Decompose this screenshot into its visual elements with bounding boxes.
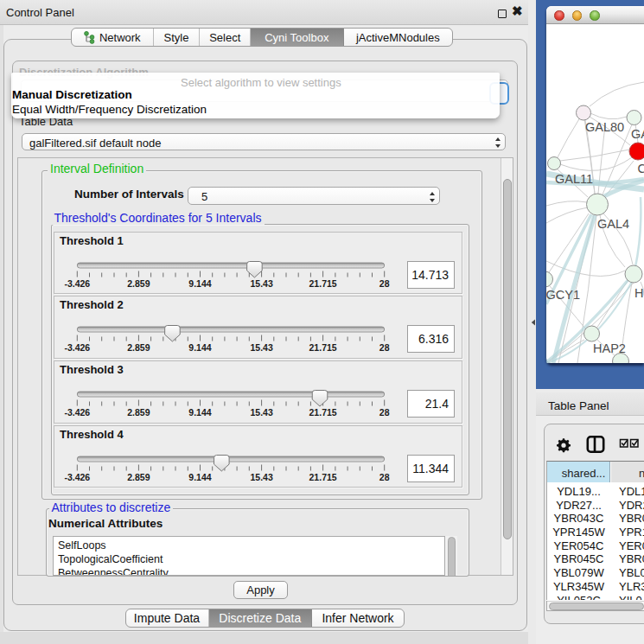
svg-text:21.715: 21.715 [309,342,337,353]
svg-text:28: 28 [379,342,390,353]
svg-text:GAL11: GAL11 [555,172,593,186]
svg-text:15.43: 15.43 [250,342,272,353]
svg-text:21.715: 21.715 [309,407,337,418]
svg-text:-3.426: -3.426 [64,472,90,482]
svg-text:2.859: 2.859 [127,407,150,418]
svg-text:21.715: 21.715 [309,278,337,289]
svg-text:-3.426: -3.426 [64,278,90,289]
svg-text:HAP2: HAP2 [593,341,626,355]
svg-text:GAL: GAL [631,127,644,141]
svg-text:9.144: 9.144 [188,407,211,418]
svg-text:-3.426: -3.426 [64,342,90,353]
svg-text:15.43: 15.43 [250,278,272,289]
svg-text:GAL80: GAL80 [585,120,624,134]
svg-text:28: 28 [379,278,390,289]
svg-text:GAL4: GAL4 [597,217,629,231]
svg-text:28: 28 [379,407,390,418]
svg-text:28: 28 [379,472,390,482]
svg-text:15.43: 15.43 [250,472,272,482]
svg-text:9.144: 9.144 [188,278,211,289]
svg-text:C: C [638,162,644,175]
svg-text:9.144: 9.144 [188,342,211,353]
svg-text:2.859: 2.859 [127,342,150,353]
svg-text:-3.426: -3.426 [64,407,90,418]
svg-text:15.43: 15.43 [250,407,272,418]
svg-text:GCY1: GCY1 [546,288,580,302]
svg-text:H: H [634,286,643,300]
svg-text:9.144: 9.144 [188,472,211,482]
svg-text:2.859: 2.859 [127,278,150,289]
svg-text:21.715: 21.715 [309,472,337,482]
svg-text:2.859: 2.859 [127,472,150,482]
